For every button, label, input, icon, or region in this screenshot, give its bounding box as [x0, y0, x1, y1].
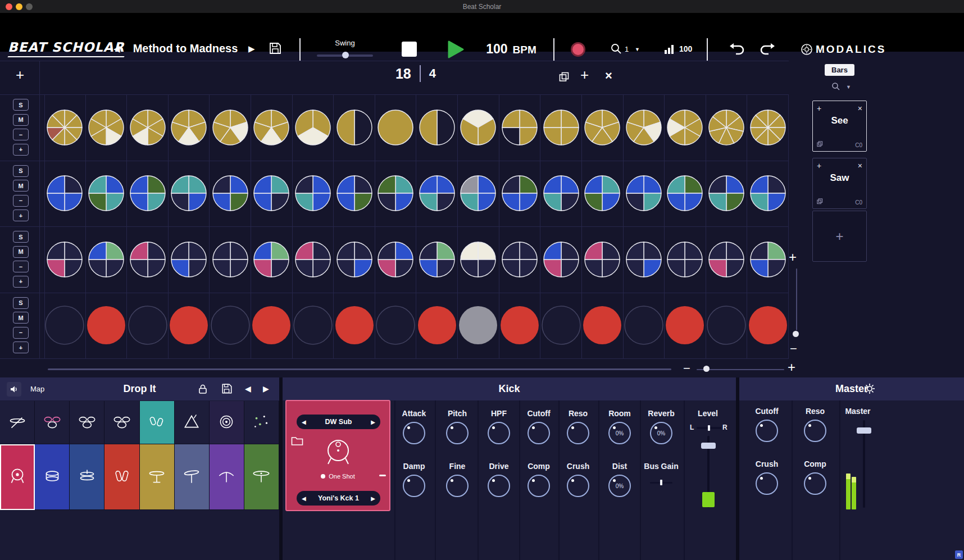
beat-cell-r4-c17[interactable]	[706, 293, 748, 359]
beat-cell-r3-c17[interactable]	[706, 226, 748, 293]
beat-cell-r3-c16[interactable]	[665, 226, 706, 293]
next-kit-button[interactable]: ▶	[263, 384, 269, 393]
beat-cell-r3-c13[interactable]	[540, 226, 582, 293]
beat-cell-r1-c11[interactable]	[458, 94, 499, 161]
prev-preset-button[interactable]: ◀	[113, 44, 120, 54]
slot-add-icon[interactable]: +	[817, 104, 821, 113]
beat-cell-r3-c1[interactable]	[44, 226, 86, 293]
next-engine-button[interactable]: ▶	[371, 419, 375, 425]
time-sig-division[interactable]: 4	[429, 66, 436, 81]
zoom-magnifier-icon[interactable]	[610, 43, 622, 57]
beat-cell-r2-c12[interactable]	[499, 161, 541, 227]
beat-cell-r2-c8[interactable]	[334, 161, 375, 227]
master-reso-knob[interactable]	[804, 420, 826, 442]
beat-cell-r2-c15[interactable]	[624, 161, 665, 227]
pad-shaker[interactable]	[140, 401, 175, 444]
beat-cell-r3-c15[interactable]	[624, 226, 665, 293]
beat-cell-r1-c9[interactable]	[375, 94, 417, 161]
beat-cell-r1-c8[interactable]	[334, 94, 375, 161]
row-1-solo-button[interactable]: S	[13, 99, 29, 111]
undo-icon[interactable]	[728, 42, 745, 59]
beat-cell-r1-c12[interactable]	[499, 94, 541, 161]
beat-cell-r1-c18[interactable]	[747, 94, 789, 161]
beat-cell-r1-c5[interactable]	[210, 94, 251, 161]
sample-mini-slider[interactable]	[379, 475, 386, 476]
add-bar-button[interactable]: +	[580, 66, 589, 84]
preview-speaker-button[interactable]	[7, 382, 21, 397]
beat-cell-r1-c15[interactable]	[624, 94, 665, 161]
beat-cell-r2-c17[interactable]	[706, 161, 748, 227]
beat-cell-r3-c5[interactable]	[210, 226, 251, 293]
kick-dist-knob[interactable]: 0%	[608, 475, 631, 497]
pad-drums[interactable]	[104, 401, 139, 444]
beat-cell-r2-c18[interactable]	[747, 161, 789, 227]
beat-cell-r4-c12[interactable]	[499, 293, 541, 359]
beat-cell-r1-c6[interactable]	[251, 94, 293, 161]
row-4-increase-button[interactable]: +	[13, 342, 29, 353]
beat-cell-r2-c6[interactable]	[251, 161, 293, 227]
kick-room-knob[interactable]: 0%	[608, 422, 631, 444]
minimize-window-button[interactable]	[16, 3, 22, 10]
sample-selector[interactable]: ◀ Yoni's Kck 1 ▶	[297, 491, 380, 506]
beat-cell-r4-c7[interactable]	[293, 293, 334, 359]
row-2-solo-button[interactable]: S	[13, 165, 29, 177]
record-button[interactable]	[571, 42, 585, 57]
master-crush-knob[interactable]	[756, 472, 778, 495]
stop-button[interactable]	[402, 42, 417, 57]
level-fader-handle[interactable]	[701, 443, 716, 449]
engine-name[interactable]: DW Sub	[325, 418, 352, 426]
engine-selector[interactable]: ◀ DW Sub ▶	[297, 415, 380, 429]
beat-cell-r3-c10[interactable]	[416, 226, 458, 293]
beat-cell-r2-c9[interactable]	[375, 161, 417, 227]
beat-cell-r4-c15[interactable]	[624, 293, 665, 359]
row-4-mute-button[interactable]: M	[13, 312, 29, 324]
beat-cell-r2-c2[interactable]	[86, 161, 128, 227]
sound-slot-saw[interactable]: +×SawC0	[812, 158, 867, 209]
sample-card[interactable]: ◀ DW Sub ▶ One Shot ◀ Yoni's Kck 1 ▶	[285, 400, 390, 511]
beat-cell-r2-c16[interactable]	[665, 161, 706, 227]
row-1-increase-button[interactable]: +	[13, 144, 29, 156]
next-sample-button[interactable]: ▶	[371, 495, 375, 502]
redo-icon[interactable]	[760, 42, 776, 59]
beat-cell-r4-c1[interactable]	[44, 293, 86, 359]
horizontal-zoom-out-button[interactable]: −	[683, 361, 690, 376]
pad-stick[interactable]	[0, 401, 35, 444]
row-3-decrease-button[interactable]: −	[13, 261, 29, 272]
beat-cell-r3-c2[interactable]	[86, 226, 128, 293]
row-2-increase-button[interactable]: +	[13, 210, 29, 221]
kick-attack-knob[interactable]	[403, 422, 425, 444]
bpm-value[interactable]: 100	[486, 42, 507, 56]
swing-slider-handle[interactable]	[342, 52, 349, 58]
pad-clap[interactable]	[104, 444, 139, 510]
duplicate-bar-icon[interactable]	[559, 72, 569, 84]
close-window-button[interactable]	[6, 3, 12, 10]
beat-cell-r2-c1[interactable]	[44, 161, 86, 227]
beat-cell-r2-c13[interactable]	[540, 161, 582, 227]
beat-cell-r1-c3[interactable]	[127, 94, 169, 161]
map-label[interactable]: Map	[30, 385, 44, 393]
bars-button[interactable]: Bars	[825, 64, 854, 76]
row-3-increase-button[interactable]: +	[13, 276, 29, 288]
bus-gain-handle[interactable]	[660, 480, 662, 485]
beat-cell-r3-c12[interactable]	[499, 226, 541, 293]
pad-snare[interactable]	[35, 444, 70, 510]
row-4-solo-button[interactable]: S	[13, 297, 29, 309]
row-1-mute-button[interactable]: M	[13, 114, 29, 126]
slot-duplicate-icon[interactable]	[817, 198, 823, 206]
kick-cutoff-knob[interactable]	[528, 422, 550, 444]
beat-cell-r2-c7[interactable]	[293, 161, 334, 227]
pad-cymbal[interactable]	[140, 444, 175, 510]
vertical-zoom-in-button[interactable]: +	[789, 249, 797, 265]
beat-cell-r4-c6[interactable]	[251, 293, 293, 359]
row-4-decrease-button[interactable]: −	[13, 327, 29, 339]
beat-cell-r1-c4[interactable]	[169, 94, 210, 161]
pad-crash[interactable]	[175, 444, 210, 510]
row-2-decrease-button[interactable]: −	[13, 195, 29, 207]
beat-cell-r4-c10[interactable]	[416, 293, 458, 359]
folder-icon[interactable]	[291, 436, 303, 448]
zoom-dropdown-caret[interactable]: ▼	[635, 47, 640, 52]
delete-bar-button[interactable]: ×	[605, 69, 612, 83]
kick-fine-knob[interactable]	[446, 475, 469, 497]
kick-comp-knob[interactable]	[528, 475, 550, 497]
pad-drums-pink[interactable]	[35, 401, 70, 444]
